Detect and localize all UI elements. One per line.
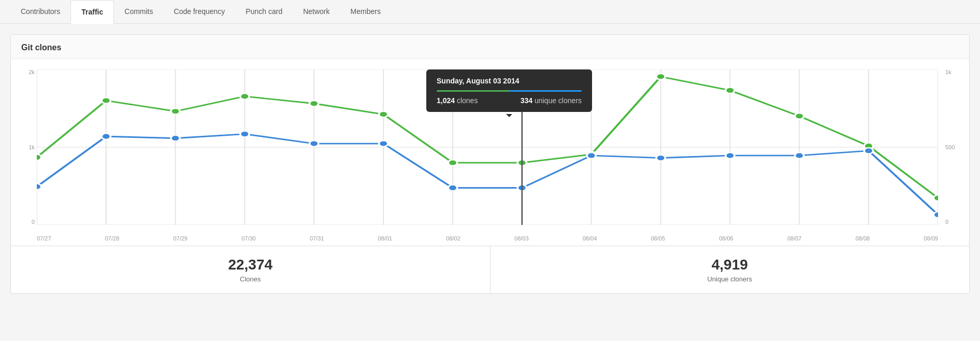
unique-label: Unique cloners xyxy=(501,275,959,283)
stats-footer: 22,374 Clones 4,919 Unique cloners xyxy=(11,246,969,293)
dp-green-9 xyxy=(656,74,665,80)
dp-blue-1 xyxy=(102,133,110,139)
x-label-0727: 07/27 xyxy=(37,235,51,241)
dp-green-2 xyxy=(171,108,180,115)
x-label-0731: 07/31 xyxy=(310,235,324,241)
x-label-0801: 08/01 xyxy=(378,235,393,241)
main-content: Git clones 2k 1k 0 1k 500 0 xyxy=(0,24,980,304)
x-label-0729: 07/29 xyxy=(173,235,188,241)
y-label-0-right: 0 xyxy=(945,219,948,225)
stat-clones: 22,374 Clones xyxy=(11,246,491,293)
page-container: Contributors Traffic Commits Code freque… xyxy=(0,0,980,304)
x-label-0804: 08/04 xyxy=(583,235,597,241)
dp-green-5 xyxy=(379,111,388,118)
x-label-0728: 07/28 xyxy=(105,235,120,241)
x-label-0802: 08/02 xyxy=(446,235,460,241)
dp-blue-11 xyxy=(795,152,804,159)
dp-blue-0 xyxy=(37,183,41,190)
dp-blue-8 xyxy=(587,152,596,159)
chart-title: Git clones xyxy=(11,35,969,59)
dp-green-1 xyxy=(102,97,110,104)
y-label-0-left: 0 xyxy=(32,219,35,225)
x-axis: 07/27 07/28 07/29 07/30 07/31 08/01 08/0… xyxy=(37,235,938,241)
dp-blue-5 xyxy=(379,140,388,147)
blue-line xyxy=(37,134,938,215)
dp-green-4 xyxy=(310,101,319,107)
dp-green-3 xyxy=(240,93,249,100)
tab-punch-card[interactable]: Punch card xyxy=(235,0,293,24)
dp-blue-13 xyxy=(933,212,938,218)
y-label-2k: 2k xyxy=(28,69,35,75)
y-axis-left: 2k 1k 0 xyxy=(15,69,35,225)
tab-code-frequency[interactable]: Code frequency xyxy=(164,0,236,24)
x-label-0805: 08/05 xyxy=(651,235,665,241)
dp-blue-6 xyxy=(448,185,457,191)
tab-network[interactable]: Network xyxy=(293,0,340,24)
dp-green-13 xyxy=(933,195,938,201)
tabs-bar: Contributors Traffic Commits Code freque… xyxy=(0,0,980,24)
y-label-500-right: 500 xyxy=(945,145,955,150)
clones-label: Clones xyxy=(21,275,480,283)
dp-green-10 xyxy=(726,88,734,94)
dp-blue-9 xyxy=(656,155,665,161)
dp-blue-12 xyxy=(864,148,873,154)
dp-blue-4 xyxy=(310,140,319,147)
dp-green-11 xyxy=(795,113,804,119)
y-axis-right: 1k 500 0 xyxy=(945,69,965,225)
chart-area: 2k 1k 0 1k 500 0 xyxy=(11,59,969,246)
dp-blue-10 xyxy=(726,152,734,159)
x-label-0806: 08/06 xyxy=(719,235,733,241)
unique-number: 4,919 xyxy=(501,257,959,273)
x-label-0803: 08/03 xyxy=(514,235,529,241)
x-label-0808: 08/08 xyxy=(856,235,870,241)
dp-green-6 xyxy=(448,160,457,166)
tab-contributors[interactable]: Contributors xyxy=(10,0,70,24)
tab-members[interactable]: Members xyxy=(340,0,391,24)
dp-blue-3 xyxy=(240,131,249,137)
tab-commits[interactable]: Commits xyxy=(114,0,163,24)
stat-unique-cloners: 4,919 Unique cloners xyxy=(491,246,970,293)
x-label-0809: 08/09 xyxy=(924,235,938,241)
y-label-1k: 1k xyxy=(28,145,35,150)
x-label-0730: 07/30 xyxy=(241,235,256,241)
chart-svg xyxy=(37,69,938,225)
x-label-0807: 08/07 xyxy=(787,235,802,241)
tab-traffic[interactable]: Traffic xyxy=(70,0,114,24)
dp-green-0 xyxy=(37,154,41,161)
dp-blue-2 xyxy=(171,135,180,141)
chart-card: Git clones 2k 1k 0 1k 500 0 xyxy=(10,34,970,294)
clones-number: 22,374 xyxy=(21,257,480,273)
y-label-1k-right: 1k xyxy=(945,69,952,75)
